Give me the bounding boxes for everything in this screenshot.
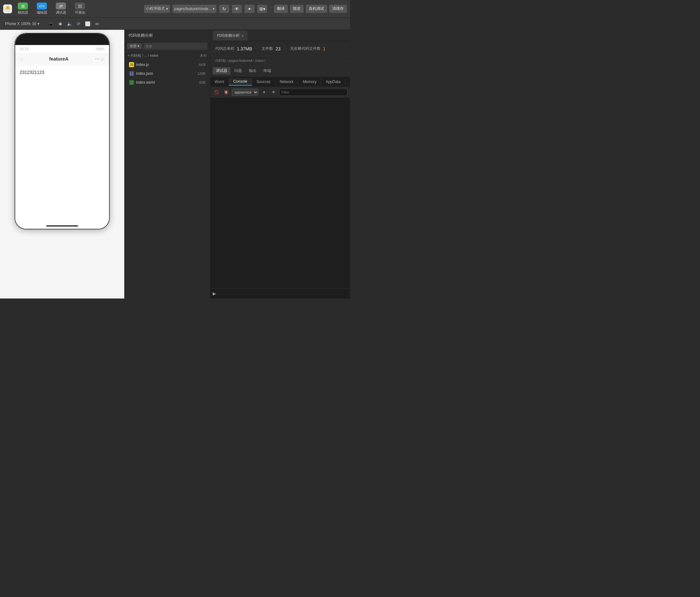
file-panel: 代码依赖分析 全部 ▾ < 代码包 / ... / index 大小 JS in… xyxy=(125,30,210,298)
record-icon[interactable]: ⏺ xyxy=(57,21,64,27)
volume-icon[interactable]: 🔈 xyxy=(66,21,74,27)
separator xyxy=(270,7,271,11)
file-panel-header: 代码依赖分析 xyxy=(125,30,210,41)
device-info[interactable]: Phone X 100% 16 ▾ xyxy=(3,21,41,27)
console-tab-sto[interactable]: Sto... xyxy=(345,78,350,85)
phone-notch-area xyxy=(15,33,109,45)
file-item-wxml[interactable]: ⬡ index.wxml 83B xyxy=(125,78,210,87)
console-content xyxy=(210,98,350,288)
file-list: JS index.js 6KB {.} index.json 123B ⬡ in… xyxy=(125,60,210,298)
console-toolbar: 🚫 🔇 appservice ▾ 👁 xyxy=(210,87,350,98)
simulator-btn[interactable]: ⊞ 模拟器 xyxy=(15,3,31,15)
debugger-btn[interactable]: ⇄ 调试器 xyxy=(53,3,69,15)
code-analysis-tab-label: 代码依赖分析 xyxy=(217,33,240,38)
path-dropdown[interactable]: pages/featureA/inde... ▾ xyxy=(172,5,217,13)
code-analysis-tab[interactable]: 代码依赖分析 × xyxy=(213,31,248,41)
more-icon[interactable]: ≪ xyxy=(94,21,101,27)
console-service-select[interactable]: appservice xyxy=(232,89,258,96)
breadcrumb: 代码包 / pages-featureA / index / xyxy=(210,56,350,65)
top-right-actions: 翻译 预览 真机调试 清缓存 xyxy=(274,5,347,13)
code-analysis-close-btn[interactable]: × xyxy=(242,34,244,38)
debug-tab-debugger[interactable]: 调试器 xyxy=(213,67,230,75)
screenshot-icon[interactable]: ⬜ xyxy=(84,21,92,27)
device-name: Phone X xyxy=(5,22,20,26)
js-filesize: 6KB xyxy=(199,63,205,67)
visual-btn[interactable]: ⊡ 可视化 xyxy=(72,3,88,15)
clear-cache-btn[interactable]: 清缓存 xyxy=(329,5,347,13)
layers-btn[interactable]: ⊞▾ xyxy=(257,5,267,13)
debug-tab-output[interactable]: 输出 xyxy=(246,67,260,75)
console-stop-btn[interactable]: 🔇 xyxy=(222,88,230,96)
json-filesize: 123B xyxy=(197,72,205,75)
console-tab-memory[interactable]: Memory xyxy=(298,78,321,85)
no-dep-item: 无依赖代码文件数 1 xyxy=(290,46,326,51)
console-filter-input[interactable] xyxy=(279,89,347,96)
eye-btn[interactable]: 👁 xyxy=(232,5,242,13)
total-size-value: 1.37MB xyxy=(237,46,252,51)
analysis-info: 代码总体积 1.37MB 文件数 23 无依赖代码文件数 1 xyxy=(210,41,350,56)
phone-battery: 100% xyxy=(96,47,105,51)
total-size-item: 代码总体积 1.37MB xyxy=(215,46,252,51)
console-dropdown-btn[interactable]: ▾ xyxy=(260,88,268,96)
js-file-icon: JS xyxy=(129,62,134,67)
screen-rotate-icon[interactable]: ⟳ xyxy=(75,21,82,27)
phone-status-bar: 14:14 100% xyxy=(15,45,109,53)
console-tab-wxml[interactable]: Wxml xyxy=(210,78,229,85)
device-icons: 📱 ⏺ 🔈 ⟳ ⬜ ≪ xyxy=(42,21,101,27)
phone-nav-title: featureA xyxy=(49,56,69,61)
console-eye-btn[interactable]: 👁 xyxy=(270,88,277,96)
device-test-btn[interactable]: 真机调试 xyxy=(306,5,327,13)
console-input[interactable] xyxy=(217,291,347,296)
console-prompt: ▶ xyxy=(213,291,216,296)
js-filename: index.js xyxy=(136,62,149,67)
file-count-label: 文件数 xyxy=(261,46,273,51)
console-tab-console[interactable]: Console xyxy=(229,78,252,85)
second-toolbar: Phone X 100% 16 ▾ 📱 ⏺ 🔈 ⟳ ⬜ ≪ xyxy=(0,18,350,30)
phone-nav-more[interactable]: ••• ◎ xyxy=(95,56,105,61)
preview-btn[interactable]: 预览 xyxy=(290,5,304,13)
zoom-value: 16 xyxy=(32,22,36,26)
wxml-filename: index.wxml xyxy=(136,80,155,85)
phone-home-indicator xyxy=(15,223,109,229)
phone-nav-home[interactable]: ⌂ xyxy=(20,56,23,62)
refresh-btn[interactable]: ↻ xyxy=(219,5,229,13)
console-tab-network[interactable]: Network xyxy=(275,78,298,85)
console-clear-btn[interactable]: 🚫 xyxy=(213,88,220,96)
no-dep-value: 1 xyxy=(323,46,326,51)
phone-panel: 14:14 100% ⌂ featureA ••• ◎ 2312321123 xyxy=(0,30,125,298)
editor-label: 编辑器 xyxy=(37,10,47,15)
mode-dropdown[interactable]: 小程序模式 ▾ xyxy=(144,5,170,13)
console-tab-sources[interactable]: Sources xyxy=(252,78,275,85)
file-item-json[interactable]: {.} index.json 123B xyxy=(125,69,210,78)
app-logo: 🐣 xyxy=(3,4,12,13)
file-nav: < 代码包 / ... / index 大小 xyxy=(125,51,210,60)
no-dep-label: 无依赖代码文件数 xyxy=(290,46,321,51)
simulator-label: 模拟器 xyxy=(18,10,28,15)
wand-btn[interactable]: ✦ xyxy=(245,5,255,13)
console-tabs-row: Wxml Console Sources Network Memory AppD… xyxy=(210,77,350,87)
file-item-js[interactable]: JS index.js 6KB xyxy=(125,60,210,69)
phone-content: 2312321123 xyxy=(15,65,109,223)
wxml-filesize: 83B xyxy=(199,80,205,84)
file-count-value: 23 xyxy=(275,46,280,51)
debugger-label: 调试器 xyxy=(56,10,66,15)
file-search-input[interactable] xyxy=(143,43,207,50)
file-count-item: 文件数 23 xyxy=(261,46,280,51)
json-file-icon: {.} xyxy=(129,71,134,76)
translate-btn[interactable]: 翻译 xyxy=(274,5,288,13)
home-bar xyxy=(46,225,78,227)
total-size-label: 代码总体积 xyxy=(215,46,234,51)
debug-tabs-row: 调试器 问题 输出 终端 xyxy=(210,65,350,77)
device-zoom: 100% xyxy=(21,22,31,26)
debug-tab-issues[interactable]: 问题 xyxy=(231,67,245,75)
all-filter-btn[interactable]: 全部 ▾ xyxy=(127,43,142,49)
main-layout: 14:14 100% ⌂ featureA ••• ◎ 2312321123 代… xyxy=(0,30,350,298)
phone-nav-bar: ⌂ featureA ••• ◎ xyxy=(15,53,109,65)
console-tab-appdata[interactable]: AppData xyxy=(321,78,345,85)
debug-tab-terminal[interactable]: 终端 xyxy=(260,67,274,75)
right-panel: 代码依赖分析 × 代码总体积 1.37MB 文件数 23 无依赖代码文件数 1 … xyxy=(210,30,350,298)
json-filename: index.json xyxy=(136,71,153,76)
phone-content-text: 2312321123 xyxy=(20,70,44,75)
phone-icon[interactable]: 📱 xyxy=(47,21,55,27)
editor-btn[interactable]: </> 编辑器 xyxy=(33,3,50,15)
